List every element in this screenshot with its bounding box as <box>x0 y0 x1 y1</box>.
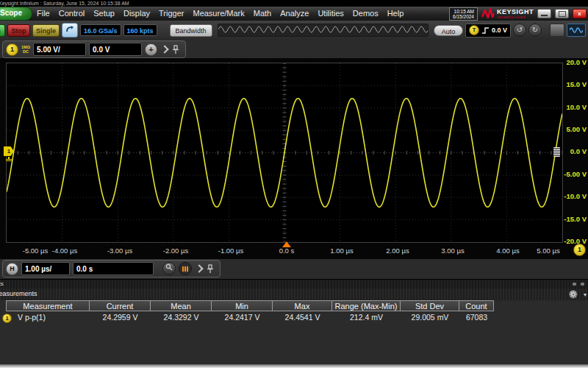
scope-menu-button[interactable]: Scope <box>0 7 32 21</box>
results-panel-header[interactable]: Results <box>0 279 588 289</box>
menu-trigger[interactable]: Trigger <box>154 7 188 21</box>
menu-measure-mark[interactable]: Measure/Mark <box>188 7 248 21</box>
y-axis-label: -15.0 V <box>560 216 587 223</box>
menu-utilities[interactable]: Utilities <box>313 7 348 21</box>
pin-icon[interactable] <box>207 264 214 274</box>
graticule[interactable] <box>6 63 563 243</box>
waveform-overview-scrollbar[interactable] <box>218 24 429 37</box>
y-axis-label: 20.0 V <box>560 59 587 66</box>
y-axis-label: 10.0 V <box>560 104 587 111</box>
sine-icon <box>570 26 583 34</box>
x-axis-label: 2.00 µs <box>386 247 409 255</box>
value-max: 24.4541 V <box>273 311 332 324</box>
chevron-down-icon[interactable]: ▾ <box>584 291 587 298</box>
x-axis-label: 0.0 s <box>279 247 295 255</box>
col-min: Min <box>212 300 273 311</box>
chevron-right-icon[interactable] <box>195 264 203 272</box>
menu-setup[interactable]: Setup <box>89 7 119 21</box>
run-button[interactable]: Run <box>0 24 5 37</box>
trigger-level-value: 0.0 V <box>492 26 507 34</box>
menu-math[interactable]: Math <box>249 7 276 21</box>
y-axis-label: 5.00 V <box>560 126 587 133</box>
waveform-view-button[interactable] <box>567 24 586 37</box>
value-current: 24.2959 V <box>90 311 151 324</box>
trigger-source-badge: T <box>469 25 479 35</box>
table-row[interactable]: 1 V p-p(1) 24.2959 V 24.3292 V 24.2417 V… <box>0 311 588 324</box>
horizontal-badge[interactable]: H <box>6 263 18 275</box>
col-range: Range (Max-Min) <box>332 300 401 311</box>
channel1-axis-badge[interactable]: 1 <box>573 244 586 256</box>
channel1-badge[interactable]: 1 <box>6 43 18 56</box>
col-count: Count <box>459 300 494 311</box>
col-current: Current <box>90 300 151 311</box>
acquisition-spinner-icon[interactable] <box>179 262 192 275</box>
value-min: 24.2417 V <box>212 311 273 324</box>
x-axis-label: -5.00 µs <box>23 247 49 255</box>
x-axis-label: -2.00 µs <box>163 247 189 255</box>
measurements-settings-button[interactable] <box>568 289 578 300</box>
x-axis-label: 5.00 µs <box>537 247 559 255</box>
ground-symbol-icon <box>6 157 12 161</box>
value-mean: 24.3292 V <box>151 311 212 324</box>
display-mode-button[interactable] <box>550 24 564 37</box>
acquisition-toolbar: Run Stop Single 16.0 GSa/s 160 kpts Band… <box>0 21 588 40</box>
menu-demos[interactable]: Demos <box>348 7 383 21</box>
touch-button[interactable] <box>62 23 78 38</box>
zoom-mode-button[interactable] <box>162 262 176 275</box>
keysight-logo: KEYSIGHT TECHNOLOGIES <box>481 8 534 19</box>
measurement-name: 1 V p-p(1) <box>6 311 90 324</box>
trigger-level-marker[interactable] <box>553 147 560 157</box>
channel1-coupling: 1MΩ DC <box>21 45 30 54</box>
rising-edge-icon <box>481 26 490 35</box>
add-channel-icon[interactable]: + <box>145 43 157 56</box>
maximize-button[interactable] <box>555 9 569 18</box>
panel-close-icon[interactable] <box>581 283 584 286</box>
waveform-preview-icon <box>218 24 429 35</box>
x-axis-label: 1.00 µs <box>330 247 353 255</box>
measurements-table: Measurement Current Mean Min Max Range (… <box>0 300 588 324</box>
measurement-label: V p-p(1) <box>18 313 46 322</box>
x-axis-label: -3.00 µs <box>107 247 133 255</box>
channel1-offset-field[interactable]: 0.0 V <box>89 43 142 56</box>
single-button[interactable]: Single <box>32 24 60 37</box>
trigger-setup-field[interactable]: T 0.0 V <box>465 24 511 38</box>
memory-depth-readout: 160 kpts <box>123 24 157 36</box>
horizontal-controls-row: H 1.00 µs/ 0.0 s <box>0 259 588 279</box>
timebase-position-field[interactable]: 0.0 s <box>73 262 154 275</box>
channel1-scale-field[interactable]: 5.00 V/ <box>33 43 86 56</box>
menu-help[interactable]: Help <box>383 7 409 21</box>
undo-icon[interactable]: ↺ <box>513 24 526 37</box>
close-button[interactable]: x <box>573 9 587 18</box>
timebase-scale-field[interactable]: 1.00 µs/ <box>21 262 70 275</box>
menu-analyze[interactable]: Analyze <box>276 7 313 21</box>
value-count: 67083 <box>459 311 494 324</box>
y-axis-label: -5.00 V <box>560 171 587 178</box>
value-range: 212.4 mV <box>332 311 401 324</box>
clock-time: 10:15 AM <box>453 9 474 14</box>
chevron-right-icon[interactable] <box>160 45 168 53</box>
horizontal-control-group: H 1.00 µs/ 0.0 s <box>2 260 220 277</box>
menu-bar: Scope File Control Setup Display Trigger… <box>0 7 588 21</box>
menu-control[interactable]: Control <box>54 7 89 21</box>
pin-icon[interactable] <box>172 45 179 54</box>
y-axis-label: -10.0 V <box>560 193 587 200</box>
waveform-display-area: 1 20.0 V 15.0 V 10.0 V 5.00 V 0.0 V -5.0… <box>0 58 588 259</box>
measurements-tab[interactable]: Measurements ▾ <box>0 289 588 300</box>
gear-icon <box>570 291 577 298</box>
x-axis-label: 4.00 µs <box>496 247 519 255</box>
col-max: Max <box>273 300 332 311</box>
menu-display[interactable]: Display <box>119 7 154 21</box>
channel1-control-group: 1 1MΩ DC 5.00 V/ 0.0 V + <box>2 40 186 58</box>
brand-name: KEYSIGHT <box>497 9 534 15</box>
channel-controls-row: 1 1MΩ DC 5.00 V/ 0.0 V + <box>0 40 588 58</box>
bandwidth-button[interactable]: Bandwidth <box>170 24 212 37</box>
menu-file[interactable]: File <box>32 7 54 21</box>
col-measurement: Measurement <box>6 300 90 311</box>
sample-rate-readout: 16.0 GSa/s <box>80 24 121 36</box>
panel-minimize-icon[interactable] <box>573 283 576 286</box>
redo-icon[interactable]: ↻ <box>528 24 542 37</box>
stop-button[interactable]: Stop <box>7 24 30 37</box>
window-bottom-edge <box>0 364 588 368</box>
minimize-button[interactable] <box>537 9 551 18</box>
trigger-auto-button[interactable]: Auto <box>434 25 463 36</box>
